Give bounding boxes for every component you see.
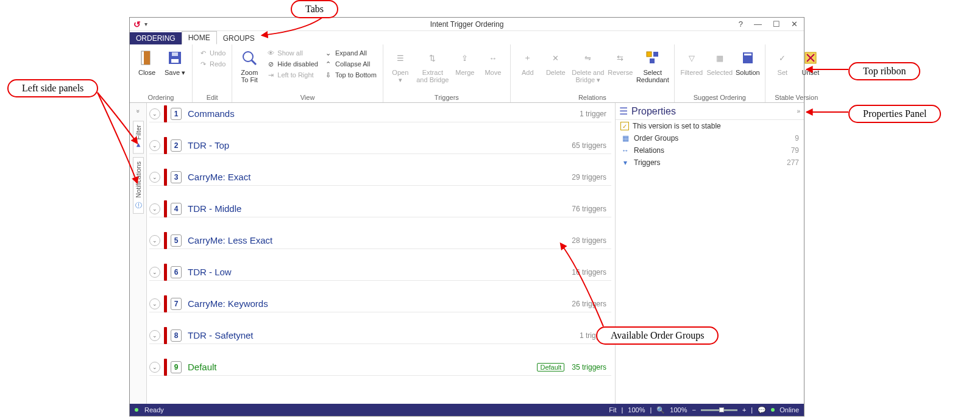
left-to-right-button[interactable]: ⇥Left to Right [265,70,319,80]
zoom-in-icon[interactable]: + [742,406,746,414]
property-row[interactable]: ▾Triggers277 [616,157,804,169]
help-button[interactable]: ? [739,19,743,29]
drag-handle[interactable] [164,200,167,217]
close-button[interactable]: Close [133,47,160,77]
annotation-order-groups: Available Order Groups [596,326,719,345]
status-online: Online [779,406,799,414]
filter-panel-tab[interactable]: ▼Filter [133,121,144,153]
group-index: 4 [171,203,182,215]
svg-line-6 [252,60,256,65]
order-group-row[interactable]: ⌄5CarryMe: Less Exact28 triggers [149,232,611,249]
group-index: 8 [171,329,182,342]
hide-disabled-button[interactable]: ⊘Hide disabled [265,59,319,69]
minimize-button[interactable]: — [754,19,762,29]
order-group-row[interactable]: ⌄2TDR - Top65 triggers [149,137,611,154]
status-fit[interactable]: Fit [609,406,616,414]
notifications-panel-tab[interactable]: ⓘNotifications [133,157,144,214]
drag-handle[interactable] [164,105,167,122]
annotation-top-ribbon: Top ribbon [848,62,920,80]
merge-button[interactable]: ⇪Merge [452,47,478,77]
rail-expand-icon[interactable]: » [135,110,141,113]
autohide-pin-icon[interactable]: » [797,108,800,114]
close-window-button[interactable]: ✕ [791,19,798,29]
select-redundant-button[interactable]: Select Redundant [635,47,670,85]
trigger-count: 26 triggers [572,300,606,308]
zoom-reset-icon[interactable]: 🔍 [656,406,665,414]
add-button[interactable]: ＋Add [514,47,541,77]
open-button[interactable]: ☰Open▾ [387,47,414,85]
save-button[interactable]: Save ▾ [162,47,188,77]
tab-home[interactable]: HOME [182,31,217,44]
drag-handle[interactable] [164,264,167,281]
collapse-toggle-icon[interactable]: ⌄ [149,140,160,151]
left-rail: » ▼Filter ⓘNotifications [130,103,147,404]
order-group-row[interactable]: ⌄4TDR - Middle76 triggers [149,200,611,217]
drag-handle[interactable] [164,137,167,154]
zoom-slider[interactable] [701,409,737,411]
drag-handle[interactable] [164,295,167,312]
top-to-bottom-button[interactable]: ⇩Top to Bottom [323,70,378,80]
online-dot-icon [771,408,775,412]
property-row[interactable]: ↔Relations79 [616,144,804,157]
tab-file-ordering[interactable]: ORDERING [130,32,182,44]
show-all-button[interactable]: 👁Show all [265,48,319,58]
collapse-toggle-icon[interactable]: ⌄ [149,203,160,214]
check-icon: ✓ [620,122,629,130]
ribbon-group-edit: ↶Undo ↷Redo Edit [193,44,232,102]
move-button[interactable]: ↔Move [480,47,506,77]
order-group-row[interactable]: ⌄7CarryMe: Keywords26 triggers [149,295,611,312]
drag-handle[interactable] [164,359,167,376]
collapse-toggle-icon[interactable]: ⌄ [149,172,160,183]
order-group-row[interactable]: ⌄1Commands1 trigger [149,105,611,122]
reverse-button[interactable]: ⇆Reverse [607,47,634,77]
chat-icon[interactable]: 💬 [758,406,766,414]
property-row[interactable]: ▦Order Groups9 [616,132,804,144]
trigger-count: 29 triggers [572,173,606,181]
svg-rect-8 [653,52,658,57]
order-group-row[interactable]: ⌄6TDR - Low16 triggers [149,264,611,281]
collapse-toggle-icon[interactable]: ⌄ [149,267,160,278]
order-group-row[interactable]: ⌄9DefaultDefault35 triggers [149,359,611,376]
drag-handle[interactable] [164,232,167,249]
zoom-to-fit-button[interactable]: Zoom To Fit [236,47,263,85]
property-icon: ▦ [620,134,630,143]
plus-icon: ＋ [518,48,538,68]
merge-icon: ⇪ [455,48,475,68]
selected-button[interactable]: ▦Selected [706,47,733,77]
collapse-toggle-icon[interactable]: ⌄ [149,362,160,373]
collapse-toggle-icon[interactable]: ⌄ [149,108,160,119]
collapse-toggle-icon[interactable]: ⌄ [149,235,160,246]
property-value: 79 [791,146,799,155]
filtered-button[interactable]: ▽Filtered [678,47,705,77]
qat-dropdown-icon[interactable]: ▾ [144,21,147,27]
trigger-count: 28 triggers [572,236,606,245]
svg-rect-3 [171,59,179,63]
extract-bridge-button[interactable]: ⇅Extract and Bridge [415,47,450,85]
group-index: 7 [171,298,182,310]
set-stable-button[interactable]: ✓Set [769,47,796,77]
undo-button[interactable]: ↶Undo [197,48,227,58]
trigger-count: 65 triggers [572,141,606,150]
tab-groups[interactable]: GROUPS [217,32,261,44]
delete-button[interactable]: ✕Delete [542,47,569,77]
zoom-out-icon[interactable]: − [692,406,695,414]
collapse-toggle-icon[interactable]: ⌄ [149,330,160,341]
property-value: 277 [787,158,799,167]
delete-bridge-button[interactable]: ⇋Delete and Bridge ▾ [570,47,606,85]
order-group-row[interactable]: ⌄8TDR - Safetynet1 trigger [149,327,611,344]
maximize-button[interactable]: ☐ [773,19,780,29]
order-group-row[interactable]: ⌄3CarryMe: Exact29 triggers [149,169,611,186]
group-index: 2 [171,139,182,152]
redo-button[interactable]: ↷Redo [197,59,227,69]
drag-handle[interactable] [164,327,167,344]
group-index: 6 [171,266,182,278]
solution-button[interactable]: Solution [734,47,761,77]
collapse-all-button[interactable]: ⌃Collapse All [323,59,378,69]
trigger-count: 1 trigger [580,110,606,118]
expand-all-button[interactable]: ⌄Expand All [323,48,378,58]
ribbon-group-label: Triggers [387,93,506,102]
unset-stable-button[interactable]: Unset [797,47,824,77]
collapse-toggle-icon[interactable]: ⌄ [149,298,160,309]
ttb-icon: ⇩ [324,71,333,79]
drag-handle[interactable] [164,169,167,186]
